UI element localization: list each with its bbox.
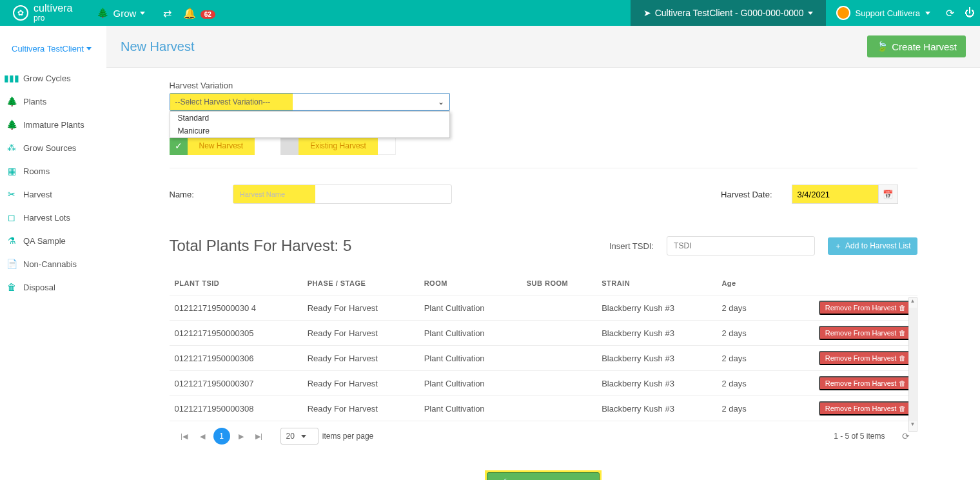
remove-from-harvest-button[interactable]: Remove From Harvest 🗑 [819, 301, 912, 315]
strain-cell: Blackberry Kush #3 [596, 295, 716, 321]
notifications-button[interactable]: 🔔 62 [183, 7, 215, 19]
bell-icon: 🔔 [183, 8, 196, 19]
sidebar-client-label: Cultivera TestClient [12, 44, 84, 54]
notification-badge: 62 [201, 10, 215, 19]
table-row: 01212171950000305Ready For HarvestPlant … [170, 321, 917, 346]
scrollbar[interactable]: ▲ ▼ [908, 297, 917, 432]
chevron-down-icon [301, 435, 306, 438]
sidebar-item-grow-cycles[interactable]: ▮▮▮Grow Cycles [0, 66, 106, 90]
client-name: Cultivera TestClient - G000-000-0000 [655, 8, 804, 18]
age-cell: 2 days [716, 321, 767, 346]
tsid-cell[interactable]: 01212171950000305 [170, 321, 302, 346]
nav-label: Rooms [23, 166, 50, 176]
tree-icon: 🌲 [6, 96, 17, 106]
create-harvest-button-bottom[interactable]: 🍃 Create Harvest [487, 472, 600, 480]
grow-dropdown[interactable]: 🌲 Grow [85, 7, 157, 19]
pager-current-page[interactable]: 1 [213, 428, 230, 445]
pager-refresh-button[interactable]: ⟳ [902, 431, 910, 441]
remove-from-harvest-button[interactable]: Remove From Harvest 🗑 [819, 326, 912, 340]
remove-from-harvest-button[interactable]: Remove From Harvest 🗑 [819, 401, 912, 415]
col-subroom: SUB ROOM [522, 272, 596, 295]
age-cell: 2 days [716, 371, 767, 396]
page-size-select[interactable]: 20 [280, 428, 318, 445]
sidebar-item-grow-sources[interactable]: ⁂Grow Sources [0, 136, 106, 159]
add-btn-label: Add to Harvest List [845, 241, 910, 250]
refresh-button[interactable]: ⟳ [941, 7, 959, 19]
sidebar-item-immature-plants[interactable]: 🌲Immature Plants [0, 113, 106, 136]
new-harvest-toggle[interactable]: ✓ New Harvest [170, 137, 255, 155]
phase-cell: Ready For Harvest [302, 371, 419, 396]
subroom-cell [522, 321, 596, 346]
brand: ✿ cultívera pro [0, 4, 85, 23]
col-actions [767, 272, 917, 295]
table-row: 0121217195000030 4Ready For HarvestPlant… [170, 295, 917, 321]
grid-icon: ▦ [6, 166, 17, 176]
subroom-cell [522, 371, 596, 396]
swap-icon[interactable]: ⇄ [163, 7, 172, 19]
existing-harvest-toggle[interactable]: Existing Harvest [280, 137, 396, 155]
plants-title: Total Plants For Harvest: 5 [170, 237, 352, 255]
calendar-icon: 📅 [883, 190, 893, 199]
tsid-cell[interactable]: 0121217195000030 4 [170, 295, 302, 321]
remove-from-harvest-button[interactable]: Remove From Harvest 🗑 [819, 376, 912, 390]
pager-last-button[interactable]: ▶| [252, 429, 266, 443]
user-name: Support Cultivera [856, 8, 920, 18]
sidebar-item-disposal[interactable]: 🗑Disposal [0, 275, 106, 299]
client-selector-top[interactable]: ➤ Cultivera TestClient - G000-000-0000 [631, 0, 826, 26]
chevron-down-icon [808, 12, 813, 15]
sidebar-item-rooms[interactable]: ▦Rooms [0, 159, 106, 183]
date-label: Harvest Date: [721, 190, 772, 199]
main-content: New Harvest 🍃 Create Harvest Harvest Var… [106, 26, 980, 480]
pager-first-button[interactable]: |◀ [177, 429, 191, 443]
subroom-cell [522, 346, 596, 371]
chevron-down-icon [86, 47, 92, 50]
harvest-variation-field: Harvest Variation --Select Harvest Varia… [170, 81, 917, 111]
tsid-cell[interactable]: 01212171950000307 [170, 371, 302, 396]
col-tsid: PLANT TSID [170, 272, 302, 295]
remove-from-harvest-button[interactable]: Remove From Harvest 🗑 [819, 351, 912, 365]
tree-icon: 🌲 [97, 7, 109, 19]
sidebar-item-plants[interactable]: 🌲Plants [0, 90, 106, 113]
doc-icon: 📄 [6, 259, 17, 269]
pager-next-button[interactable]: ▶ [234, 429, 248, 443]
create-harvest-button-top[interactable]: 🍃 Create Harvest [867, 35, 966, 57]
variation-option-manicure[interactable]: Manicure [170, 125, 449, 137]
trash-icon: 🗑 [899, 329, 906, 337]
room-cell: Plant Cultivation [419, 295, 522, 321]
harvest-date-input[interactable] [792, 185, 879, 204]
plants-table-wrap: PLANT TSID PHASE / STAGE ROOM SUB ROOM S… [170, 272, 917, 451]
name-label: Name: [170, 190, 194, 199]
nav-label: Plants [23, 97, 46, 106]
tsdi-input[interactable] [667, 236, 815, 255]
calendar-button[interactable]: 📅 [879, 185, 898, 204]
power-button[interactable]: ⏻ [959, 7, 980, 19]
trash-icon: 🗑 [899, 304, 906, 312]
plants-header: Total Plants For Harvest: 5 Insert TSDI:… [170, 236, 917, 255]
sidebar-item-non-cannabis[interactable]: 📄Non-Cannabis [0, 252, 106, 275]
user-menu[interactable]: Support Cultivera [826, 0, 941, 26]
pager-prev-button[interactable]: ◀ [195, 429, 210, 443]
harvest-variation-select[interactable]: --Select Harvest Variation--- ⌄ Standard… [170, 93, 450, 111]
sidebar-item-harvest[interactable]: ✂Harvest [0, 183, 106, 206]
sidebar-client-selector[interactable]: Cultivera TestClient [0, 37, 106, 66]
sidebar-item-qa-sample[interactable]: ⚗QA Sample [0, 229, 106, 252]
sidebar-item-harvest-lots[interactable]: ◻Harvest Lots [0, 206, 106, 229]
add-to-harvest-list-button[interactable]: ＋ Add to Harvest List [828, 237, 917, 255]
strain-cell: Blackberry Kush #3 [596, 396, 716, 421]
scroll-down-icon[interactable]: ▼ [909, 421, 917, 431]
strain-cell: Blackberry Kush #3 [596, 346, 716, 371]
col-age: Age [716, 272, 767, 295]
nav-label: Harvest [23, 190, 52, 199]
table-row: 01212171950000308Ready For HarvestPlant … [170, 396, 917, 421]
trash-icon: 🗑 [6, 282, 17, 292]
phase-cell: Ready For Harvest [302, 396, 419, 421]
box-icon: ◻ [6, 212, 17, 223]
tsid-cell[interactable]: 01212171950000308 [170, 396, 302, 421]
variation-option-standard[interactable]: Standard [170, 112, 449, 125]
scroll-up-icon[interactable]: ▲ [909, 298, 917, 308]
bottom-create-wrap: 🍃 Create Harvest [170, 470, 917, 480]
name-placeholder-highlight: Harvest Name [233, 185, 315, 203]
plus-icon: ＋ [834, 241, 842, 252]
col-room: ROOM [419, 272, 522, 295]
tsid-cell[interactable]: 01212171950000306 [170, 346, 302, 371]
